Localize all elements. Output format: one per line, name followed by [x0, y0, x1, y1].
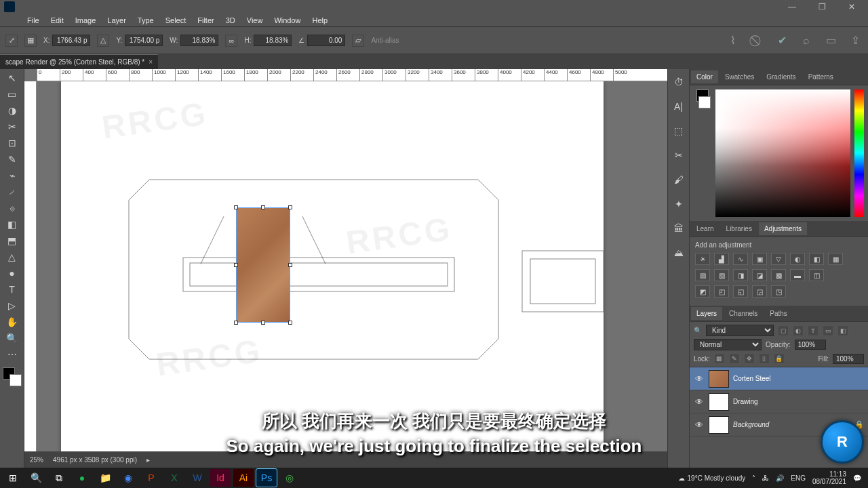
x-field[interactable]: 1766.43 p — [52, 35, 90, 46]
filter-adjust-icon[interactable]: ◐ — [793, 325, 804, 336]
reference-point-icon[interactable]: ▦ — [24, 35, 37, 47]
fill-field[interactable] — [833, 354, 864, 364]
transform-handle[interactable] — [261, 205, 265, 209]
notifications-icon[interactable]: 💬 — [853, 474, 861, 482]
filter-type-icon[interactable]: T — [808, 325, 818, 336]
spotify-icon[interactable]: ● — [72, 469, 92, 487]
menu-select[interactable]: Select — [160, 15, 192, 26]
exposure-icon[interactable]: ▣ — [752, 253, 767, 265]
gradient-map-icon[interactable]: ▬ — [790, 269, 805, 281]
tab-channels[interactable]: Channels — [724, 307, 763, 320]
tab-patterns[interactable]: Patterns — [803, 70, 839, 83]
hue-icon[interactable]: ◐ — [790, 253, 805, 265]
transform-handle[interactable] — [234, 205, 238, 209]
visibility-icon[interactable]: 👁 — [694, 397, 705, 407]
indesign-icon[interactable]: Id — [210, 469, 231, 487]
document-tab[interactable]: scape Render @ 25% (Corten Steel, RGB/8)… — [0, 54, 158, 69]
layer-thumbnail[interactable] — [709, 416, 729, 434]
status-arrow-icon[interactable]: ▸ — [146, 456, 150, 464]
filter-shape-icon[interactable]: ▭ — [823, 325, 833, 336]
channel-mixer-icon[interactable]: ▤ — [695, 269, 710, 281]
layer-row[interactable]: 👁Corten Steel — [690, 367, 868, 390]
tab-layers[interactable]: Layers — [691, 307, 722, 320]
menu-view[interactable]: View — [241, 15, 269, 26]
transform-handle[interactable] — [234, 263, 238, 267]
close-tab-icon[interactable]: × — [149, 58, 153, 66]
tray-volume-icon[interactable]: 🔊 — [776, 474, 784, 482]
posterize-icon[interactable]: ◪ — [752, 269, 767, 281]
selective-color-icon[interactable]: ◫ — [809, 269, 824, 281]
share-icon[interactable]: ⇪ — [848, 33, 863, 48]
ruler-horizontal[interactable]: 0200400600800100012001400160018002000220… — [37, 69, 667, 81]
scissors-icon[interactable]: ✂ — [670, 146, 688, 164]
tab-adjustments[interactable]: Adjustments — [759, 222, 807, 235]
zoom-tool[interactable]: 🔍 — [2, 331, 22, 346]
link-wh-icon[interactable]: ∞ — [225, 35, 237, 47]
maximize-button[interactable]: ❐ — [807, 0, 837, 14]
photoshop-icon[interactable]: Ps — [256, 469, 277, 487]
tab-libraries[interactable]: Libraries — [721, 222, 757, 235]
excel-icon[interactable]: X — [164, 469, 184, 487]
eyedropper-tool[interactable]: ✎ — [2, 152, 22, 167]
crop-tool[interactable]: ✂ — [2, 119, 22, 134]
commit-transform-icon[interactable]: ✔ — [774, 33, 789, 48]
levels-icon[interactable]: ▟ — [714, 253, 729, 265]
hand-tool[interactable]: ✋ — [2, 314, 22, 329]
task-view-icon[interactable]: ⧉ — [49, 469, 69, 487]
adj-extra-4-icon[interactable]: ◲ — [752, 285, 767, 298]
filter-smart-icon[interactable]: ◧ — [837, 325, 848, 336]
menu-window[interactable]: Window — [269, 15, 306, 26]
layer-thumbnail[interactable] — [709, 393, 729, 411]
start-button[interactable]: ⊞ — [3, 469, 23, 487]
layer-name[interactable]: Corten Steel — [733, 375, 771, 382]
menu-edit[interactable]: Edit — [45, 15, 69, 26]
transform-mode-icon[interactable]: ⤢ — [5, 35, 18, 47]
w-field[interactable]: 18.83% — [180, 35, 218, 46]
visibility-icon[interactable]: 👁 — [694, 374, 705, 384]
transform-handle[interactable] — [288, 263, 292, 267]
hue-slider[interactable] — [854, 89, 864, 217]
type-tool[interactable]: T — [2, 282, 22, 297]
h-field[interactable]: 18.83% — [254, 35, 292, 46]
photo-filter-icon[interactable]: ▦ — [828, 253, 843, 265]
color-picker-field[interactable] — [715, 89, 850, 217]
brushes-icon[interactable]: 🖌 — [670, 171, 688, 188]
transform-handle[interactable] — [234, 321, 238, 325]
3d-icon[interactable]: ⛰ — [670, 244, 688, 262]
document-viewport[interactable]: RRCG RRCG RRCG — [37, 81, 667, 451]
weather-widget[interactable]: ☁19°C Mostly cloudy — [678, 474, 746, 482]
paragraph-icon[interactable]: ⬚ — [670, 122, 688, 140]
brightness-icon[interactable]: ☀ — [695, 253, 710, 265]
menu-type[interactable]: Type — [132, 15, 159, 26]
powerpoint-icon[interactable]: P — [141, 469, 161, 487]
clone-tool[interactable]: ⟋ — [2, 184, 22, 199]
language-indicator[interactable]: ENG — [791, 474, 806, 482]
explorer-icon[interactable]: 📁 — [95, 469, 115, 487]
tab-swatches[interactable]: Swatches — [719, 70, 760, 83]
swap-xy-icon[interactable]: △ — [97, 35, 109, 47]
libraries-icon[interactable]: 🏛 — [670, 220, 688, 237]
search-taskbar-icon[interactable]: 🔍 — [26, 469, 46, 487]
color-swatches[interactable] — [3, 367, 22, 386]
workspace-icon[interactable]: ▭ — [823, 33, 838, 48]
tab-learn[interactable]: Learn — [691, 222, 719, 235]
lock-all-icon[interactable]: 🔒 — [774, 353, 785, 364]
lock-position-icon[interactable]: ✥ — [744, 353, 755, 364]
adj-extra-2-icon[interactable]: ◰ — [714, 285, 729, 298]
corten-steel-layer[interactable] — [236, 207, 290, 323]
tab-gradients[interactable]: Gradients — [761, 70, 801, 83]
warp-mode-icon[interactable]: ⌇ — [726, 33, 741, 48]
frame-tool[interactable]: ⊡ — [2, 136, 22, 150]
move-tool[interactable]: ↖ — [2, 70, 22, 85]
adj-extra-3-icon[interactable]: ◱ — [733, 285, 748, 298]
brush-tool[interactable]: ⌁ — [2, 168, 22, 183]
transform-handle[interactable] — [288, 205, 292, 209]
skew-h-icon[interactable]: ▱ — [352, 35, 364, 47]
gradient-tool[interactable]: ◧ — [2, 217, 22, 232]
layer-thumbnail[interactable] — [709, 370, 729, 388]
minimize-button[interactable]: — — [777, 0, 807, 14]
search-icon[interactable]: ⌕ — [799, 33, 814, 48]
shape-tool[interactable]: ● — [2, 266, 22, 281]
ruler-vertical[interactable] — [24, 81, 37, 468]
transform-handle[interactable] — [261, 321, 265, 325]
